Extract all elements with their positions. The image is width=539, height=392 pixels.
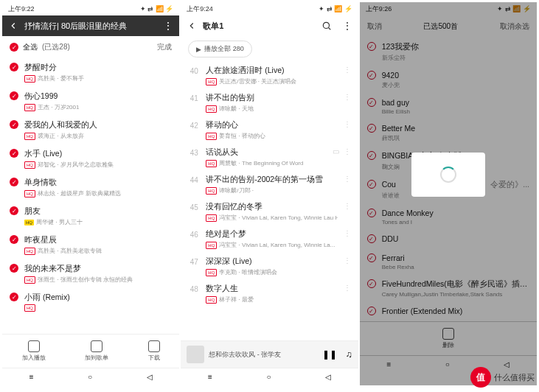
song-subtitle: HQ林子祥 · 最爱 — [206, 295, 337, 304]
list-item[interactable]: 40人在旅途洒泪时 (Live)HQ关正杰/雷安娜 · 关正杰演唱会⋮ — [181, 62, 358, 89]
select-all-label: 全选 — [23, 42, 38, 52]
hq-badge: HQ — [24, 104, 35, 111]
more-icon[interactable]: ⋮ — [344, 256, 351, 265]
hq-badge: HQ — [206, 133, 217, 140]
more-icon[interactable]: ⋮ — [344, 229, 351, 237]
nav-back-icon[interactable]: ◁ — [147, 373, 153, 381]
nav-bar: ≡ ○ ◁ — [2, 368, 179, 385]
song-title: 深深深 (Live) — [206, 256, 337, 267]
list-item[interactable]: ✓爱我的人和我爱的人HQ裘海正 · 从未放弃 — [2, 116, 179, 144]
more-icon[interactable]: ⋮ — [344, 284, 351, 292]
hq-badge: HQ — [24, 190, 35, 197]
back-icon[interactable] — [187, 21, 197, 31]
watermark-text: 什么值得买 — [494, 372, 535, 383]
check-icon: ✓ — [10, 91, 18, 100]
hq-badge: HQ — [24, 276, 35, 284]
pause-icon[interactable]: ❚❚ — [322, 349, 337, 360]
search-icon[interactable] — [321, 21, 332, 31]
nav-bar: ≡ ○ ◁ — [181, 368, 358, 385]
song-subtitle: HQ王杰 · 万岁2001 — [24, 103, 172, 111]
list-item[interactable]: 41讲不出的告别HQ谭咏麟 · 天地⋮ — [181, 89, 358, 116]
status-icons: ✦ ⇄ 📶 ⚡ — [319, 5, 352, 13]
select-all-row[interactable]: ✓ 全选 (已选28) 完成 — [2, 36, 179, 58]
song-title: 昨夜星辰 — [24, 235, 172, 245]
selected-count: (已选28) — [42, 42, 70, 52]
now-playing-bar[interactable]: 想和你去吹吹风 - 张学友 ❚❚ ♫ — [181, 340, 358, 368]
queue-icon[interactable]: ♫ — [346, 349, 352, 360]
nav-home-icon[interactable]: ○ — [266, 373, 271, 381]
song-subtitle: HQ谭咏麟 · 天地 — [206, 105, 337, 113]
more-icon[interactable]: ⋮ — [344, 93, 351, 101]
check-icon: ✓ — [10, 293, 18, 301]
more-icon[interactable]: ⋮ — [344, 66, 351, 74]
list-item[interactable]: 48数字人生HQ林子祥 · 最爱⋮ — [181, 280, 358, 307]
status-time: 上午9:24 — [187, 4, 213, 14]
header-title: 歌单1 — [203, 21, 315, 32]
list-item[interactable]: ✓梦醒时分HQ高胜美 · 爱不释手 — [2, 58, 179, 87]
more-icon[interactable]: ⋮ — [344, 175, 351, 183]
list-item[interactable]: ✓小雨 (Remix)HQ — [2, 288, 179, 316]
hq-badge: HQ — [24, 161, 35, 169]
list-item[interactable]: ✓单身情歌HQ林志炫 · 超级星声 新歌典藏精选 — [2, 173, 179, 202]
status-bar: 上午9:24 ✦ ⇄ 📶 ⚡ — [181, 2, 358, 15]
song-subtitle: HQ谭咏麟/刀郎 · — [206, 186, 337, 195]
song-title: 人在旅途洒泪时 (Live) — [206, 66, 337, 76]
check-icon: ✓ — [10, 149, 18, 158]
song-subtitle: HQ关正杰/雷安娜 · 关正杰演唱会 — [206, 77, 337, 85]
svg-point-0 — [323, 22, 329, 28]
nav-menu-icon[interactable]: ≡ — [208, 373, 212, 381]
track-number: 48 — [188, 284, 200, 293]
list-item[interactable]: 43话说从头HQ周慧敏 · The Beginning Of Word▭⋮ — [181, 144, 358, 171]
more-icon[interactable]: ⋮ — [344, 202, 351, 210]
list-item[interactable]: 44讲不出的告别-2002年的第一场雪HQ谭咏麟/刀郎 · ⋮ — [181, 171, 358, 198]
status-icons: ✦ ⇄ 📶 ⚡ — [140, 5, 174, 13]
list-item[interactable]: ✓朋友HQ周华健 · 男人三十 — [2, 202, 179, 231]
song-subtitle: HQ冯宝宝 · Vivian Lai, Karen Tong, Winnie L… — [206, 214, 337, 222]
song-title: 单身情歌 — [24, 178, 172, 188]
list-item[interactable]: ✓昨夜星辰HQ高胜美 · 高胜美老歌专辑 — [2, 231, 179, 259]
list-item[interactable]: ✓伤心1999HQ王杰 · 万岁2001 — [2, 87, 179, 116]
list-item[interactable]: 42驿动的心HQ姜育恒 · 驿动的心⋮ — [181, 116, 358, 144]
nav-home-icon[interactable]: ○ — [88, 373, 92, 381]
hq-badge: HQ — [206, 242, 217, 249]
track-number: 42 — [188, 120, 200, 130]
song-title: 伤心1999 — [24, 91, 172, 102]
check-icon: ✓ — [10, 206, 18, 215]
song-title: 数字人生 — [206, 284, 337, 294]
more-icon[interactable]: ⋮ — [163, 20, 173, 32]
done-button[interactable]: 完成 — [157, 42, 172, 52]
check-icon: ✓ — [10, 120, 18, 129]
status-time: 上午9:22 — [8, 4, 35, 14]
more-icon[interactable]: ⋮ — [344, 147, 351, 155]
track-number: 46 — [188, 229, 200, 239]
download-button[interactable]: 下载 — [148, 340, 160, 362]
hq-badge: HQ — [206, 160, 217, 167]
list-item[interactable]: 45没有回忆的冬季HQ冯宝宝 · Vivian Lai, Karen Tong,… — [181, 198, 358, 225]
play-all-button[interactable]: ▶ 播放全部 280 — [188, 41, 252, 57]
song-title: 我的未来不是梦 — [24, 264, 172, 274]
list-item[interactable]: 47深深深 (Live)HQ李克勤 · 唯情维演唱会⋮ — [181, 253, 358, 280]
hq-badge: HQ — [24, 220, 34, 225]
song-list: 40人在旅途洒泪时 (Live)HQ关正杰/雷安娜 · 关正杰演唱会⋮41讲不出… — [181, 62, 358, 340]
song-title: 朋友 — [24, 206, 172, 217]
list-item[interactable]: ✓我的未来不是梦HQ张雨生 · 张雨生创作专辑 永恒的经典 — [2, 259, 179, 288]
spinner-icon — [440, 167, 456, 183]
nav-back-icon[interactable]: ◁ — [325, 373, 331, 381]
mv-icon[interactable]: ▭ — [333, 147, 339, 155]
check-icon: ✓ — [10, 235, 18, 244]
list-item[interactable]: ✓水手 (Live)HQ郑智化 · 岁月风华之恋歌雅集 — [2, 144, 179, 173]
song-subtitle: HQ郑智化 · 岁月风华之恋歌雅集 — [24, 161, 172, 169]
hq-badge: HQ — [206, 105, 217, 113]
status-bar: 上午9:22 ✦ ⇄ 📶 ⚡ — [2, 2, 179, 15]
more-icon[interactable]: ⋮ — [342, 20, 352, 32]
screen-3: 上午9:26 ✦ ⇄ 📶 ⚡ 取消 已选500首 取消余选 123我爱你新乐尘符… — [360, 2, 537, 385]
add-to-play-button[interactable]: 加入播放 — [22, 340, 46, 362]
check-icon: ✓ — [10, 63, 18, 71]
back-icon[interactable] — [8, 21, 18, 31]
more-icon[interactable]: ⋮ — [344, 120, 351, 128]
loading-dialog — [411, 153, 485, 197]
list-item[interactable]: 46绝对是个梦HQ冯宝宝 · Vivian Lai, Karen Tong, W… — [181, 225, 358, 253]
nav-menu-icon[interactable]: ≡ — [29, 373, 34, 381]
add-to-list-button[interactable]: 加到歌单 — [85, 340, 108, 362]
song-title: 话说从头 — [206, 147, 326, 158]
